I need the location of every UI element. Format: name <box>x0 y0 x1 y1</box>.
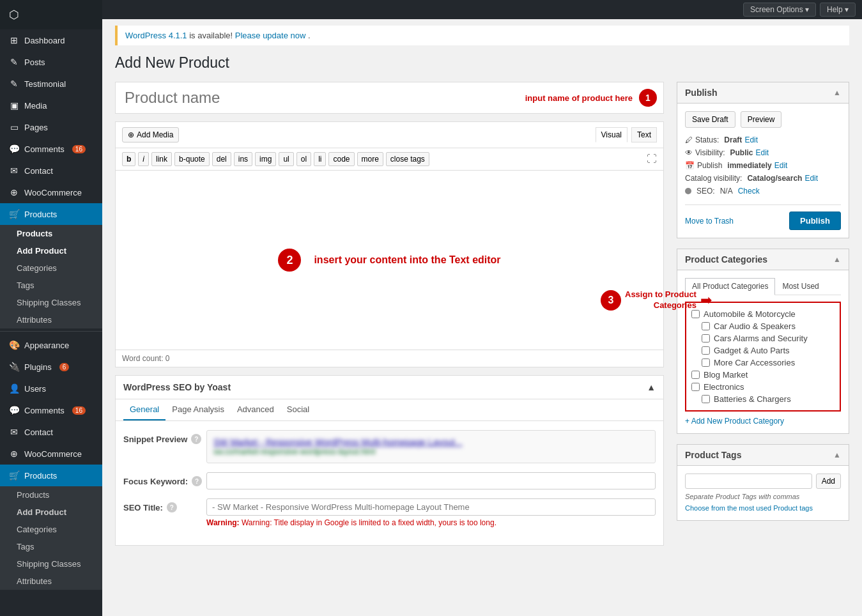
format-close-tags[interactable]: close tags <box>386 152 429 166</box>
choose-tags-link[interactable]: Choose from the most used Product tags <box>685 504 813 512</box>
submenu2-products[interactable]: Products <box>0 486 102 504</box>
submenu2-tags[interactable]: Tags <box>0 538 102 555</box>
submenu-attributes[interactable]: Attributes <box>0 311 102 328</box>
sidebar-item-pages[interactable]: ▭ Pages <box>0 116 102 138</box>
sidebar-item-posts[interactable]: ✎ Posts <box>0 51 102 73</box>
cat-checkbox-gadget-auto[interactable] <box>702 346 710 355</box>
submenu2-shipping-classes[interactable]: Shipping Classes <box>0 555 102 573</box>
status-edit-link[interactable]: Edit <box>744 135 758 144</box>
dashboard-icon: ⊞ <box>9 35 19 45</box>
seo-tab-general[interactable]: General <box>123 399 165 420</box>
sidebar-item-appearance[interactable]: 🎨 Appearance <box>0 334 102 356</box>
cat-label-more-car: More Car Accessories <box>714 358 795 367</box>
preview-button[interactable]: Preview <box>741 111 782 128</box>
add-tag-button[interactable]: Add <box>816 474 841 489</box>
submenu2-add-product[interactable]: Add Product <box>0 504 102 521</box>
seo-box-title: WordPress SEO by Yoast <box>123 382 231 392</box>
sidebar-item-dashboard[interactable]: ⊞ Dashboard <box>0 29 102 51</box>
sidebar-item-woocommerce[interactable]: ⊕ WooCommerce <box>0 181 102 203</box>
focus-keyword-input[interactable] <box>206 472 656 489</box>
format-code[interactable]: code <box>328 152 354 166</box>
submenu-shipping-classes[interactable]: Shipping Classes <box>0 294 102 311</box>
seo-tab-social[interactable]: Social <box>281 399 316 420</box>
cat-checkbox-auto-moto[interactable] <box>691 310 700 318</box>
cat-checkbox-blog-market[interactable] <box>691 371 700 379</box>
seo-box-header[interactable]: WordPress SEO by Yoast ▲ <box>116 376 663 399</box>
format-ul[interactable]: ul <box>279 152 293 166</box>
cat-checkbox-car-alarms[interactable] <box>702 334 710 343</box>
sidebar-item-contact2[interactable]: ✉ Contact <box>0 421 102 443</box>
tags-input[interactable] <box>685 474 812 489</box>
format-i[interactable]: i <box>138 152 149 166</box>
sidebar-item-media[interactable]: ▣ Media <box>0 95 102 116</box>
format-b[interactable]: b <box>122 152 135 166</box>
format-img[interactable]: img <box>255 152 276 166</box>
categories-panel-title: Product Categories <box>685 254 767 265</box>
publish-panel-header[interactable]: Publish ▲ <box>677 82 849 104</box>
seo-tab-advanced[interactable]: Advanced <box>231 399 281 420</box>
sidebar-item-products2[interactable]: 🛒 Products <box>0 465 102 486</box>
add-new-category-link[interactable]: + Add New Product Category <box>685 417 841 426</box>
cat-checkbox-more-car[interactable] <box>702 358 710 367</box>
publish-button[interactable]: Publish <box>789 212 841 230</box>
cat-tab-most-used[interactable]: Most Used <box>775 278 826 295</box>
step1-circle: 1 <box>639 89 657 107</box>
cat-item-car-audio: Car Audio & Speakers <box>691 320 835 332</box>
seo-tab-page-analysis[interactable]: Page Analysis <box>165 399 231 420</box>
sidebar-item-woocommerce2[interactable]: ⊕ WooCommerce <box>0 443 102 465</box>
sidebar-item-contact[interactable]: ✉ Contact <box>0 160 102 181</box>
sidebar-item-testimonial[interactable]: ✎ Testimonial <box>0 73 102 95</box>
submenu2-attributes[interactable]: Attributes <box>0 573 102 590</box>
seo-check-link[interactable]: Check <box>738 187 760 196</box>
screen-options-button[interactable]: Screen Options ▾ <box>743 3 816 17</box>
sidebar-item-products[interactable]: 🛒 Products <box>0 203 102 225</box>
submenu2-categories[interactable]: Categories <box>0 521 102 538</box>
editor-content-area[interactable]: 2 insert your content into the Text edit… <box>116 171 663 350</box>
step3-label: Assign to ProductCategories <box>625 289 697 311</box>
submenu-categories[interactable]: Categories <box>0 259 102 277</box>
submenu-products[interactable]: Products <box>0 225 102 242</box>
cat-label-car-audio: Car Audio & Speakers <box>714 321 796 331</box>
cat-checkbox-batteries[interactable] <box>702 395 710 403</box>
tab-text[interactable]: Text <box>631 127 657 142</box>
visibility-edit-link[interactable]: Edit <box>755 148 769 157</box>
sidebar-item-plugins[interactable]: 🔌 Plugins 6 <box>0 356 102 378</box>
two-col-layout: input name of product here 1 ⊕ Add Media… <box>115 82 849 546</box>
seo-title-input[interactable] <box>206 498 656 516</box>
format-bquote[interactable]: b-quote <box>174 152 210 166</box>
sidebar-item-comments2[interactable]: 💬 Comments 16 <box>0 399 102 421</box>
product-name-input[interactable] <box>116 82 525 113</box>
submenu-add-product[interactable]: Add Product <box>0 242 102 259</box>
tab-visual[interactable]: Visual <box>596 127 627 142</box>
format-li[interactable]: li <box>314 152 326 166</box>
snippet-help-icon[interactable]: ? <box>191 434 201 444</box>
catalog-edit-link[interactable]: Edit <box>804 174 818 183</box>
move-to-trash-button[interactable]: Move to Trash <box>685 217 734 226</box>
cat-checkbox-car-audio[interactable] <box>702 322 710 330</box>
update-link[interactable]: Please update now <box>235 31 306 40</box>
publish-time-edit-link[interactable]: Edit <box>774 161 788 170</box>
expand-editor-button[interactable]: ⛶ <box>647 153 657 165</box>
sidebar-item-users[interactable]: 👤 Users <box>0 378 102 399</box>
help-button[interactable]: Help ▾ <box>820 3 856 17</box>
format-del[interactable]: del <box>212 152 231 166</box>
keyword-help-icon[interactable]: ? <box>192 476 202 486</box>
publish-time: 📅 Publish immediately Edit <box>685 161 841 170</box>
submenu-tags[interactable]: Tags <box>0 277 102 294</box>
format-ol[interactable]: ol <box>296 152 311 166</box>
format-more[interactable]: more <box>357 152 383 166</box>
sidebar-item-label: Testimonial <box>24 79 66 89</box>
cat-checkbox-electronics[interactable] <box>691 383 700 391</box>
wp-version-link[interactable]: WordPress 4.1.1 <box>125 31 187 40</box>
tags-panel-header[interactable]: Product Tags ▲ <box>677 445 849 466</box>
save-draft-button[interactable]: Save Draft <box>685 111 735 128</box>
add-media-button[interactable]: ⊕ Add Media <box>122 127 179 142</box>
sidebar-item-comments[interactable]: 💬 Comments 16 <box>0 138 102 160</box>
format-ins[interactable]: ins <box>234 152 252 166</box>
seo-title-help-icon[interactable]: ? <box>167 502 177 512</box>
tags-panel-body: Add Separate Product Tags with commas Ch… <box>677 466 849 520</box>
products-icon: 🛒 <box>9 209 19 219</box>
format-link[interactable]: link <box>151 152 172 166</box>
add-media-icon: ⊕ <box>128 130 134 139</box>
categories-panel-header[interactable]: Product Categories ▲ <box>677 249 849 270</box>
